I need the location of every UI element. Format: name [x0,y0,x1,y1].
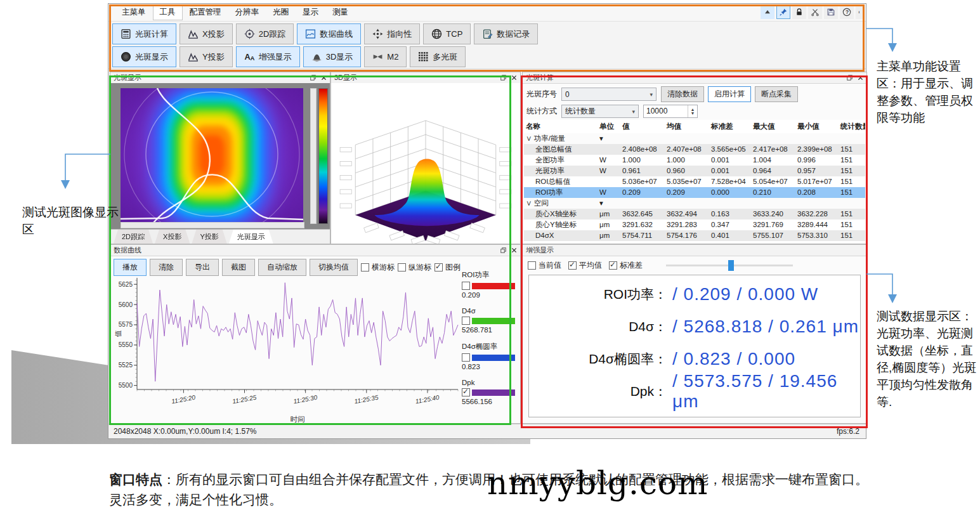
help-icon[interactable]: ? [840,5,854,19]
table-row[interactable]: ROI功率W0.2090.2090.0000.2100.208151 [524,187,865,198]
table-row[interactable]: 全图总幅值2.408e+082.407e+083.565e+052.417e+0… [524,144,865,155]
table-row[interactable]: 全图功率W1.0001.0000.0011.0040.996151 [524,155,865,166]
checkbox-标准差[interactable]: 标准差 [609,260,643,271]
checkbox-box[interactable] [609,261,617,270]
legend-checkbox[interactable] [462,317,470,325]
calc-button-清除数据[interactable]: 清除数据 [661,86,704,102]
tab-X投影[interactable]: X投影 [155,230,190,244]
save-icon[interactable] [824,5,838,19]
column-header[interactable]: 最小值 [795,120,839,133]
vertical-scrollbar[interactable] [310,88,317,224]
horizontal-scrollbar[interactable] [121,222,304,228]
checkbox-box[interactable] [434,263,443,272]
column-header[interactable]: 单位 [598,120,620,133]
menu-item-显示[interactable]: 显示 [296,4,325,20]
menu-item-工具[interactable]: 工具 [153,4,183,20]
legend-checkbox[interactable] [462,353,470,362]
beam-false-color-image[interactable] [121,88,303,223]
table-row[interactable]: 质心X轴坐标μm3632.6453632.4940.1633633.240363… [524,209,865,219]
checkbox-横游标[interactable]: 横游标 [361,262,395,273]
toolbar-button-数据记录[interactable]: 数据记录 [474,23,538,44]
table-group-row[interactable]: ∨ 空间▾ [524,198,865,209]
table-group-row[interactable]: ∨ 功率/能量▾ [524,133,865,144]
column-header[interactable]: 最大值 [751,120,795,133]
toolbar-button-M2[interactable]: M2 [364,46,407,67]
close-icon[interactable] [509,245,519,254]
toolbar-button-Y投影[interactable]: Y投影 [180,46,233,67]
legend-value: 0.823 [462,363,515,370]
info-icon[interactable]: i [856,5,863,19]
pin-icon[interactable] [776,5,790,19]
column-header[interactable]: 统计数量 [839,120,865,133]
chevron-down-icon[interactable]: ▾ [598,133,620,144]
checkbox-box[interactable] [568,261,577,270]
checkbox-box[interactable] [528,261,536,270]
collapse-icon[interactable] [761,5,774,19]
menu-item-光圈[interactable]: 光圈 [266,4,296,20]
menu-item-配置管理[interactable]: 配置管理 [183,4,228,20]
close-icon[interactable] [509,73,519,82]
checkbox-当前值[interactable]: 当前值 [528,260,561,271]
tab-Y投影[interactable]: Y投影 [192,230,226,244]
toolbar-button-增强显示[interactable]: AA增强显示 [236,46,300,67]
stat-mode-select[interactable]: 统计数量▾ [561,105,639,118]
data-curve-chart[interactable]: 55005525555055755600562511:25:2011:25:25… [113,273,466,424]
legend-checkbox[interactable] [462,388,470,396]
table-row[interactable]: 质心Y轴坐标μm3291.6323291.2830.3473291.769328… [524,219,865,230]
column-header[interactable]: 值 [620,120,665,133]
spin-down-icon[interactable]: ▼ [691,112,695,115]
checkbox-box[interactable] [398,263,406,272]
group-name: ∨ 功率/能量 [524,133,598,144]
surface-3d-plot[interactable] [331,83,520,244]
lock-icon[interactable] [792,5,806,19]
float-icon[interactable] [845,73,854,82]
menu-item-主菜单[interactable]: 主菜单 [115,4,153,20]
column-header[interactable]: 名称 [524,120,598,133]
beam-image-viewport[interactable] [110,83,330,230]
column-header[interactable]: 均值 [665,120,709,133]
toolbar-button-指向性[interactable]: 指向性 [364,23,420,44]
column-header[interactable]: 标准差 [709,120,751,133]
calc-button-启用计算[interactable]: 启用计算 [708,86,751,102]
table-row[interactable]: D4σXμm5754.7115754.1760.4015755.1075753.… [524,230,865,241]
toolbar-button-X投影[interactable]: X投影 [180,23,233,44]
checkbox-box[interactable] [361,263,369,272]
annotation-beam-image-area: 测试光斑图像显示区 [22,204,119,239]
menu-item-分辨率[interactable]: 分辨率 [228,4,266,20]
slider-handle[interactable] [728,260,734,271]
cut-icon[interactable] [808,5,822,19]
toolbar-button-光斑显示[interactable]: 光斑显示 [112,46,176,67]
menu-item-测量[interactable]: 测量 [325,4,355,20]
chevron-down-icon[interactable]: ▾ [598,198,620,209]
table-row[interactable]: ROI总幅值5.036e+075.035e+077.528e+045.054e+… [524,176,865,187]
font-size-slider[interactable] [666,265,793,266]
toolbar-button-3D显示[interactable]: 3D显示 [303,46,362,67]
checkbox-平均值[interactable]: 平均值 [568,260,602,271]
float-icon[interactable] [308,73,318,82]
table-cell: 1.004 [751,155,795,166]
annotation-test-data-area: 测试数据显示区：光斑功率、光斑测试数据（坐标，直径,椭圆度等）光斑平顶均匀性发散… [877,308,978,411]
toolbar-button-label: 光斑计算 [135,29,168,40]
toolbar-button-光斑计算[interactable]: 光斑计算 [112,23,176,44]
stat-count-spinner[interactable]: 10000 ▲▼ [643,105,698,118]
close-icon[interactable] [319,73,329,82]
checkbox-纵游标[interactable]: 纵游标 [398,262,431,273]
toolbar-button-数据曲线[interactable]: 数据曲线 [297,23,361,44]
tab-2D跟踪[interactable]: 2D跟踪 [114,230,153,244]
toolbar-button-TCP[interactable]: TCP [423,23,471,44]
panel-beam-display: 光斑显示 [110,72,330,244]
checkbox-图例[interactable]: 图例 [434,262,461,273]
beam-seq-select[interactable]: 0▾ [561,88,657,101]
float-icon[interactable] [499,245,508,254]
close-icon[interactable] [856,73,865,82]
calc-button-断点采集[interactable]: 断点采集 [755,86,798,102]
toolbar-button-2D跟踪[interactable]: 2D跟踪 [236,23,294,44]
float-icon[interactable] [499,73,508,82]
calc-panel-title: 光斑计算 [526,74,554,81]
tab-光斑显示[interactable]: 光斑显示 [229,230,273,244]
toolbar-button-多光斑[interactable]: 多光斑 [410,46,466,67]
toolbar-button-label: 增强显示 [259,51,292,63]
table-row[interactable]: 光斑功率W0.9610.9600.0010.9640.957151 [524,166,865,176]
legend-checkbox[interactable] [462,282,470,290]
panel-3d-display: 3D显示 [330,72,521,244]
